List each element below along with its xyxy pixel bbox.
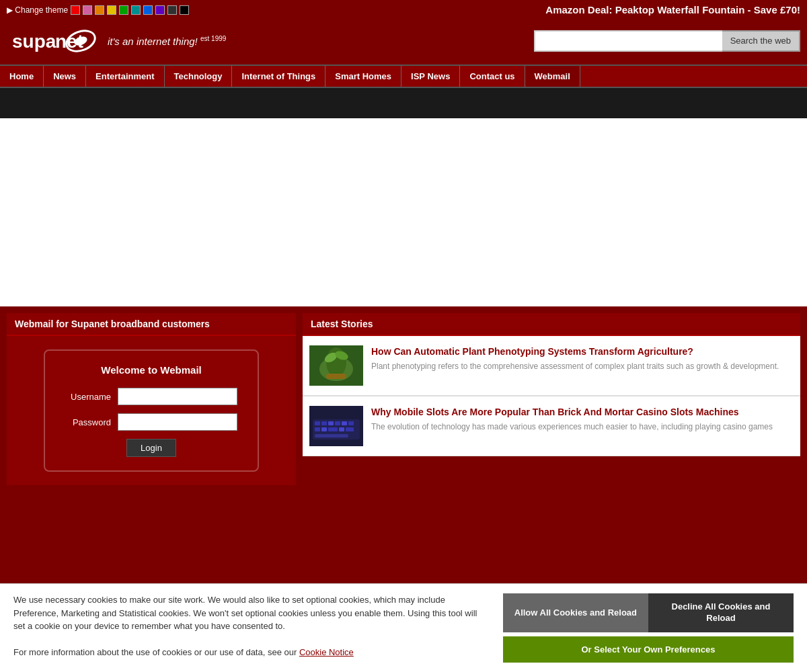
story-thumb-svg-1 xyxy=(309,345,363,386)
theme-dot-3[interactable] xyxy=(95,5,104,15)
webmail-panel-header: Webmail for Supanet broadband customers xyxy=(7,313,296,336)
est-year: est 1999 xyxy=(200,35,226,42)
theme-dot-8[interactable] xyxy=(155,5,165,15)
search-button[interactable]: Search the web xyxy=(722,30,800,52)
stories-panel-header: Latest Stories xyxy=(303,313,800,336)
story-thumb-2 xyxy=(309,406,363,446)
nav-contact[interactable]: Contact us xyxy=(460,66,525,87)
nav: Home News Entertainment Technology Inter… xyxy=(0,65,807,88)
theme-dot-6[interactable] xyxy=(131,5,141,15)
logo-area: supa net it's an internet thing! est 199… xyxy=(7,22,226,59)
story-thumb-1 xyxy=(309,345,363,386)
ad-area xyxy=(0,118,807,306)
theme-dot-5[interactable] xyxy=(119,5,128,15)
nav-iot[interactable]: Internet of Things xyxy=(232,66,325,87)
svg-rect-13 xyxy=(321,421,327,425)
theme-dot-7[interactable] xyxy=(143,5,153,15)
theme-dot-4[interactable] xyxy=(107,5,116,15)
svg-rect-14 xyxy=(328,421,334,425)
login-button[interactable]: Login xyxy=(126,439,176,457)
username-row: Username xyxy=(65,388,237,405)
story-item-2: Why Mobile Slots Are More Popular Than B… xyxy=(303,396,800,456)
nav-technology[interactable]: Technology xyxy=(165,66,233,87)
svg-rect-16 xyxy=(342,421,347,425)
theme-dot-2[interactable] xyxy=(83,5,92,15)
theme-dot-9[interactable] xyxy=(167,5,177,15)
svg-rect-22 xyxy=(346,427,354,431)
svg-rect-21 xyxy=(339,427,344,431)
nav-webmail[interactable]: Webmail xyxy=(525,66,580,87)
logo[interactable]: supa net xyxy=(7,22,101,59)
story-desc-2: The evolution of technology has made var… xyxy=(371,421,794,433)
search-input[interactable] xyxy=(534,30,722,52)
story-title-1[interactable]: How Can Automatic Plant Phenotyping Syst… xyxy=(371,345,794,358)
webmail-title: Welcome to Webmail xyxy=(65,364,237,376)
black-bar xyxy=(0,88,807,118)
stories-panel: Latest Stories Ho xyxy=(303,313,800,485)
svg-rect-7 xyxy=(326,374,346,379)
story-text-2: Why Mobile Slots Are More Popular Than B… xyxy=(371,406,794,446)
password-input[interactable] xyxy=(118,413,237,431)
story-desc-1: Plant phenotyping refers to the comprehe… xyxy=(371,361,794,372)
header: supa net it's an internet thing! est 199… xyxy=(0,18,807,65)
story-text-1: How Can Automatic Plant Phenotyping Syst… xyxy=(371,345,794,386)
svg-rect-23 xyxy=(315,434,348,437)
search-area: Search the web xyxy=(534,30,800,52)
svg-text:supa: supa xyxy=(12,31,56,52)
webmail-box: Welcome to Webmail Username Password Log… xyxy=(7,336,296,485)
nav-smarthomes[interactable]: Smart Homes xyxy=(325,66,401,87)
username-input[interactable] xyxy=(118,388,237,405)
svg-rect-18 xyxy=(315,427,320,431)
theme-section: ▶ Change theme xyxy=(7,5,189,15)
theme-dot-1[interactable] xyxy=(71,5,80,15)
story-thumb-svg-2 xyxy=(309,406,363,446)
svg-rect-15 xyxy=(335,421,340,425)
username-label: Username xyxy=(65,392,111,402)
nav-news[interactable]: News xyxy=(44,66,86,87)
story-title-2[interactable]: Why Mobile Slots Are More Popular Than B… xyxy=(371,406,794,418)
logo-svg: supa net xyxy=(7,22,101,59)
theme-dot-10[interactable] xyxy=(180,5,189,15)
password-label: Password xyxy=(65,417,111,427)
webmail-inner: Welcome to Webmail Username Password Log… xyxy=(44,349,259,472)
top-bar: ▶ Change theme Amazon Deal: Peaktop Wate… xyxy=(0,0,807,18)
amazon-deal[interactable]: Amazon Deal: Peaktop Waterfall Fountain … xyxy=(545,4,800,15)
content-area: Webmail for Supanet broadband customers … xyxy=(0,306,807,492)
svg-rect-19 xyxy=(321,427,327,431)
bottom-spacer xyxy=(0,492,807,519)
nav-ispnews[interactable]: ISP News xyxy=(401,66,460,87)
svg-rect-17 xyxy=(348,421,354,425)
webmail-panel: Webmail for Supanet broadband customers … xyxy=(7,313,296,485)
tagline: it's an internet thing! est 1999 xyxy=(108,35,226,47)
svg-rect-12 xyxy=(315,421,320,425)
nav-home[interactable]: Home xyxy=(0,66,44,87)
change-theme-label[interactable]: ▶ Change theme xyxy=(7,5,68,15)
story-item: How Can Automatic Plant Phenotyping Syst… xyxy=(303,336,800,396)
svg-rect-20 xyxy=(328,427,338,431)
nav-entertainment[interactable]: Entertainment xyxy=(86,66,164,87)
password-row: Password xyxy=(65,413,237,431)
